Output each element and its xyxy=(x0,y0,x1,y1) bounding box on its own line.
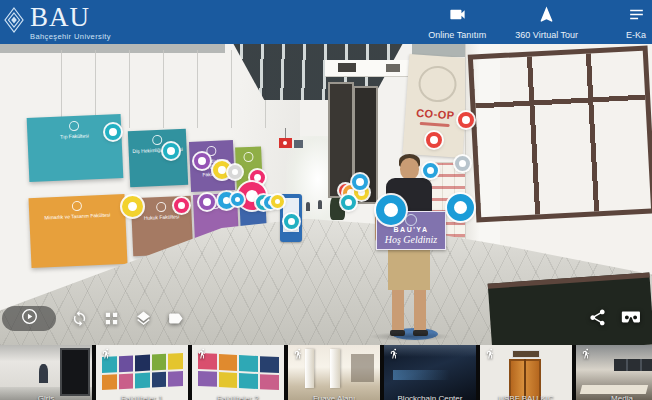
hotspot[interactable] xyxy=(341,195,356,210)
hotspot[interactable] xyxy=(228,165,242,179)
menu-label: Online Tanıtım xyxy=(428,30,486,40)
hotspot[interactable] xyxy=(231,193,244,206)
logo-subtitle: Bahçeşehir University xyxy=(30,33,111,41)
thumbnail-6[interactable]: USBF BAU KIC xyxy=(480,345,572,400)
walking-person-icon xyxy=(389,348,400,359)
greeter-head xyxy=(400,158,419,180)
walking-person-icon xyxy=(197,348,208,359)
share-icon xyxy=(588,308,607,327)
hotspot[interactable] xyxy=(447,194,474,221)
player-controls xyxy=(2,306,184,331)
right-tools xyxy=(588,306,642,332)
coop-banner-text: CO-OP xyxy=(405,106,466,122)
tag-icon xyxy=(167,310,184,327)
welcome-sign-line2: Hoş Geldiniz xyxy=(377,234,445,245)
thumbnail-label: USBF BAU KIC xyxy=(480,394,572,400)
menu-label: E-Ka xyxy=(626,30,646,40)
scene-shop-sign xyxy=(386,64,400,72)
menu-item-360-virtual-tour[interactable]: 360 Virtual Tour xyxy=(515,5,578,40)
faculty-board: Diş Hekimliği Fakültesi xyxy=(128,129,188,187)
hotspot[interactable] xyxy=(105,124,121,140)
menu-item-e-katalog[interactable]: E-Ka xyxy=(606,5,652,40)
logo-title: BAU xyxy=(30,4,111,31)
vr-mode-button[interactable] xyxy=(620,306,642,332)
thumbnail-2[interactable]: Fakülteler 1 xyxy=(96,345,188,400)
thumbnail-strip[interactable]: GirişFakülteler 1Fakülteler 2Fuaye Alanı… xyxy=(0,345,652,400)
thumbnail-1[interactable]: Giriş xyxy=(0,345,92,400)
top-bar: BAU Bahçeşehir University Online Tanıtım… xyxy=(0,0,652,44)
tags-button[interactable] xyxy=(167,310,184,327)
share-button[interactable] xyxy=(588,308,607,331)
greeter-person: BAU'YA Hoş Geldiniz xyxy=(372,154,448,336)
bau-diamond-icon xyxy=(2,6,26,38)
faculty-board: Mimarlık ve Tasarım Fakültesi xyxy=(29,194,128,268)
hotspot[interactable] xyxy=(455,156,470,171)
bau-seal-icon xyxy=(405,214,417,226)
rotate-icon xyxy=(71,310,88,327)
rotate-view-button[interactable] xyxy=(71,310,88,327)
autoplay-button[interactable] xyxy=(2,306,56,331)
hotspot[interactable] xyxy=(163,143,179,159)
panorama-viewport[interactable]: Tıp FakültesiDiş Hekimliği FakültesiMühe… xyxy=(0,44,652,345)
thumbnail-label: Giriş xyxy=(0,394,92,400)
top-menu: Online Tanıtım 360 Virtual Tour E-Ka xyxy=(427,0,652,44)
thumbnail-7[interactable]: Media xyxy=(576,345,652,400)
thumbnail-label: Fakülteler 1 xyxy=(96,394,188,400)
walking-person-icon xyxy=(485,348,496,359)
hotspot[interactable] xyxy=(352,174,368,190)
walking-person-icon xyxy=(293,348,304,359)
virtual-tour-app: BAU Bahçeşehir University Online Tanıtım… xyxy=(0,0,652,400)
thumbnail-label: Blockchain Center xyxy=(384,394,476,400)
hotspot[interactable] xyxy=(174,198,189,213)
navigation-arrow-icon xyxy=(537,5,556,28)
play-icon xyxy=(20,307,39,330)
scene-shop-window xyxy=(328,82,354,198)
menu-label: 360 Virtual Tour xyxy=(515,30,578,40)
hotspot[interactable] xyxy=(426,132,442,148)
scene-large-window xyxy=(468,45,652,222)
thumbnail-5[interactable]: Blockchain Center xyxy=(384,345,476,400)
menu-item-online-tanitim[interactable]: Online Tanıtım xyxy=(427,5,487,40)
hotspot[interactable] xyxy=(122,196,143,217)
layers-button[interactable] xyxy=(135,310,152,327)
scene-gallery-button[interactable] xyxy=(103,310,120,327)
scene-shop-sign xyxy=(338,63,356,72)
thumbnail-label: Fakülteler 2 xyxy=(192,394,284,400)
walking-person-icon xyxy=(101,348,112,359)
hotspot[interactable] xyxy=(423,163,438,178)
hotspot[interactable] xyxy=(194,153,210,169)
layers-icon xyxy=(135,310,152,327)
bau-logo[interactable]: BAU Bahçeşehir University xyxy=(2,4,111,41)
thumbnail-3[interactable]: Fakülteler 2 xyxy=(192,345,284,400)
thumbnail-label: Media xyxy=(576,394,652,400)
coop-banner-illustration xyxy=(417,65,457,104)
scene-distant-person xyxy=(306,202,310,211)
hotspot[interactable] xyxy=(199,194,215,210)
hotspot[interactable] xyxy=(376,195,406,225)
grid-icon xyxy=(103,310,120,327)
hotspot[interactable] xyxy=(284,214,299,229)
vr-goggles-icon xyxy=(620,306,642,328)
catalog-list-icon xyxy=(627,5,646,28)
thumbnail-4[interactable]: Fuaye Alanı xyxy=(288,345,380,400)
scene-distant-person xyxy=(318,200,322,209)
walking-person-icon xyxy=(581,348,592,359)
video-camera-icon xyxy=(448,5,467,28)
welcome-sign-line1: BAU'YA xyxy=(377,226,445,233)
thumbnail-label: Fuaye Alanı xyxy=(288,394,380,400)
hotspot[interactable] xyxy=(458,112,474,128)
hotspot[interactable] xyxy=(271,195,284,208)
